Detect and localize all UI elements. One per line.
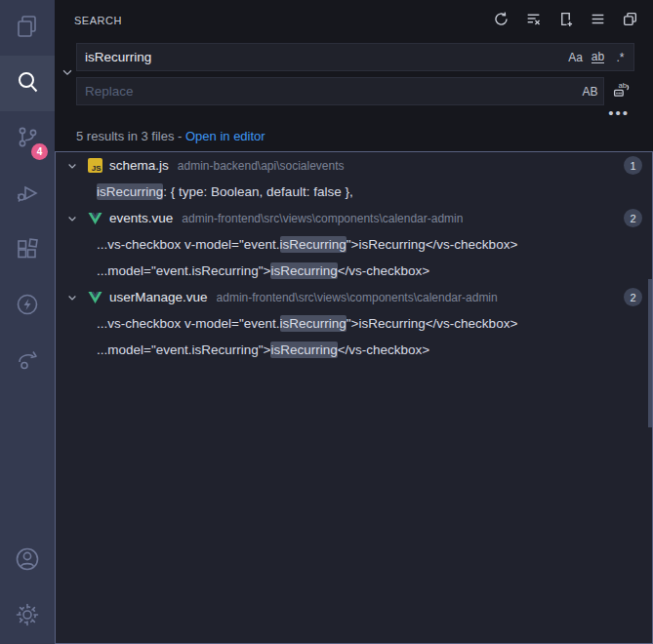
- match-text: ...vs-checkbox v-model="event.isRecurrin…: [97, 316, 517, 331]
- replace-input-box: AB: [76, 77, 604, 105]
- settings-button[interactable]: [0, 588, 55, 644]
- file-result-row[interactable]: JS schema.js admin-backend\api\socialeve…: [56, 152, 652, 179]
- file-name: schema.js: [109, 158, 169, 173]
- replace-row: AB ab: [76, 77, 634, 105]
- search-input-box: Aa ab .*: [76, 43, 634, 71]
- chevron-down-icon[interactable]: [64, 160, 80, 172]
- live-share-button[interactable]: [0, 334, 55, 389]
- panel-title: SEARCH: [74, 15, 122, 26]
- match-count-badge: 2: [624, 288, 642, 306]
- clear-search-results-icon: [525, 11, 542, 30]
- svg-text:ab: ab: [618, 81, 627, 90]
- clear-search-results-button[interactable]: [521, 9, 545, 32]
- match-highlight: isRecurring: [270, 262, 337, 279]
- open-in-editor-link[interactable]: Open in editor: [185, 129, 265, 143]
- search-sidebar: SEARCH: [55, 0, 653, 644]
- panel-header: SEARCH: [55, 0, 653, 41]
- file-result-row[interactable]: JS events.vue admin-frontend\src\views\c…: [56, 205, 652, 231]
- live-share-icon: [14, 346, 41, 378]
- source-control-badge: 4: [31, 143, 48, 160]
- open-new-search-editor-icon: [557, 11, 574, 30]
- replace-options: AB: [580, 77, 600, 105]
- more-row: •••: [55, 105, 653, 123]
- replace-input[interactable]: [76, 77, 604, 105]
- vue-file-icon: [87, 211, 102, 226]
- file-name: events.vue: [109, 211, 173, 225]
- source-control-button[interactable]: 4: [0, 111, 55, 167]
- match-case-button[interactable]: Aa: [565, 47, 586, 67]
- results-tree: JS schema.js admin-backend\api\socialeve…: [55, 151, 653, 644]
- file-path: admin-backend\api\socialevents: [178, 159, 345, 173]
- panel-actions: [489, 9, 641, 32]
- file-result-row[interactable]: JS userManage.vue admin-frontend\src\vie…: [56, 284, 652, 310]
- whole-word-icon: ab: [592, 51, 604, 64]
- extensions-button[interactable]: [0, 222, 55, 278]
- account-button[interactable]: [0, 533, 55, 588]
- search-button[interactable]: [0, 56, 55, 111]
- replace-all-icon: ab: [612, 80, 631, 102]
- scrollbar-thumb[interactable]: [648, 279, 652, 427]
- extensions-icon: [14, 235, 41, 266]
- file-path: admin-frontend\src\views\components\cale…: [182, 212, 463, 225]
- chevron-down-icon[interactable]: [64, 213, 80, 224]
- match-count-badge: 1: [624, 156, 642, 175]
- match-text: isRecurring: { type: Boolean, default: f…: [97, 184, 353, 199]
- search-input[interactable]: [76, 43, 634, 71]
- collapse-all-button[interactable]: [618, 9, 641, 32]
- refresh-button[interactable]: [489, 9, 512, 32]
- match-result-row[interactable]: isRecurring: { type: Boolean, default: f…: [56, 179, 652, 205]
- account-icon: [13, 544, 42, 578]
- summary-separator: -: [174, 129, 185, 143]
- whole-word-button[interactable]: ab: [588, 47, 608, 67]
- match-result-row[interactable]: ...vs-checkbox v-model="event.isRecurrin…: [56, 231, 652, 258]
- search-body: Aa ab .* AB ab: [55, 41, 653, 105]
- view-as-list-icon: [590, 11, 606, 30]
- results-count-text: 5 results in 3 files: [76, 129, 174, 143]
- open-new-search-editor-button[interactable]: [553, 9, 577, 32]
- replace-all-button[interactable]: ab: [607, 78, 634, 105]
- match-text: ...vs-checkbox v-model="event.isRecurrin…: [97, 237, 517, 252]
- match-text: ...model="event.isRecurring">isRecurring…: [97, 342, 429, 357]
- match-result-row[interactable]: ...model="event.isRecurring">isRecurring…: [56, 258, 652, 284]
- match-result-row[interactable]: ...model="event.isRecurring">isRecurring…: [56, 337, 652, 363]
- search-icon: [14, 68, 41, 100]
- file-path: admin-frontend\src\views\components\cale…: [217, 291, 498, 304]
- match-highlight: isRecurring: [280, 236, 347, 253]
- explorer-button[interactable]: [0, 0, 55, 56]
- activity-bar: 4: [0, 0, 55, 644]
- chevron-down-icon[interactable]: [64, 292, 80, 303]
- search-options: Aa ab .*: [565, 43, 631, 71]
- file-name: userManage.vue: [109, 290, 208, 304]
- view-as-list-button[interactable]: [586, 9, 609, 32]
- settings-gear-icon: [13, 600, 42, 633]
- regex-button[interactable]: .*: [610, 47, 631, 67]
- inputs-column: Aa ab .* AB ab: [76, 43, 634, 105]
- explorer-icon: [14, 13, 41, 44]
- refresh-icon: [493, 11, 510, 30]
- match-highlight: isRecurring: [280, 315, 347, 332]
- lightning-button[interactable]: [0, 278, 55, 334]
- results-summary: 5 results in 3 files - Open in editor: [55, 123, 653, 149]
- collapse-all-icon: [622, 11, 638, 30]
- run-debug-icon: [14, 180, 41, 211]
- match-result-row[interactable]: ...vs-checkbox v-model="event.isRecurrin…: [56, 310, 652, 337]
- results-list: JS schema.js admin-backend\api\socialeve…: [56, 152, 652, 363]
- toggle-replace-button[interactable]: [59, 43, 76, 105]
- toggle-search-details-button[interactable]: •••: [608, 109, 630, 117]
- preserve-case-button[interactable]: AB: [580, 81, 600, 101]
- chevron-down-icon: [61, 65, 74, 83]
- vue-file-icon: [87, 290, 102, 305]
- match-highlight: isRecurring: [97, 183, 163, 200]
- vscode-search-view: 4: [0, 0, 653, 644]
- match-text: ...model="event.isRecurring">isRecurring…: [97, 263, 429, 278]
- javascript-file-icon: JS: [87, 158, 102, 174]
- match-highlight: isRecurring: [270, 342, 337, 358]
- lightning-icon: [14, 291, 41, 322]
- match-count-badge: 2: [624, 209, 642, 227]
- run-debug-button[interactable]: [0, 167, 55, 222]
